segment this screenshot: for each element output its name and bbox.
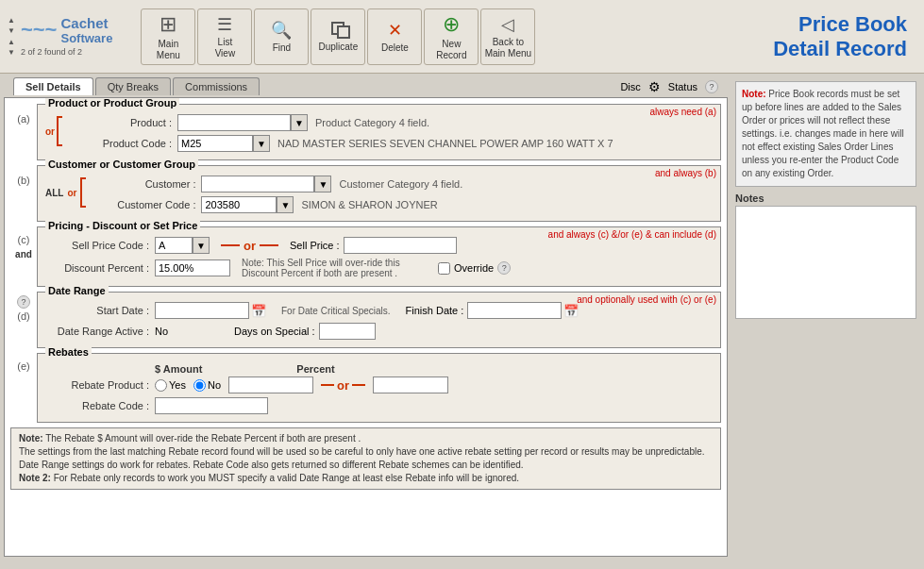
- disc-status-area: Disc ⚙ Status ?: [620, 79, 718, 94]
- main-menu-button[interactable]: ⊞ MainMenu: [141, 8, 195, 65]
- customer-code-label: Customer Code :: [92, 199, 195, 210]
- rebate-code-label: Rebate Code :: [45, 400, 149, 411]
- main-menu-label: MainMenu: [157, 39, 180, 61]
- top-bar: ▲ ▼ ▲ ▼ ~~~ Cachet Software 2 of 2 found…: [0, 0, 924, 74]
- duplicate-button[interactable]: Duplicate: [311, 8, 365, 65]
- tabs-row: Sell Details Qty Breaks Commissions Disc…: [4, 77, 728, 95]
- delete-button[interactable]: ✕ Delete: [367, 8, 422, 65]
- tab-sell-details[interactable]: Sell Details: [13, 77, 93, 95]
- main-menu-icon: ⊞: [160, 12, 176, 37]
- pricing-section: Pricing - Discount or Set Price and alwa…: [37, 226, 721, 287]
- nav-down[interactable]: ▼: [8, 25, 15, 36]
- sell-price-code-input[interactable]: [155, 237, 193, 254]
- section-b-marker: (b): [10, 165, 37, 186]
- product-code-desc: NAD MASTER SERIES SEVEN CHANNEL POWER AM…: [277, 138, 613, 149]
- new-record-icon: ⊕: [443, 12, 460, 37]
- form-panel: (a) Product or Product Group always need…: [4, 97, 728, 557]
- sell-price-input[interactable]: [344, 237, 457, 254]
- finish-date-input[interactable]: [467, 302, 562, 319]
- rebate-no-label[interactable]: No: [193, 379, 221, 392]
- nav-arrows[interactable]: ▲ ▼ ▲ ▼: [8, 15, 15, 58]
- note1-bold: Note:: [19, 433, 43, 443]
- customer-select-btn[interactable]: ▼: [314, 176, 331, 192]
- list-view-button[interactable]: ☰ ListView: [197, 8, 252, 65]
- for-date-note: For Date Critical Specials.: [281, 306, 391, 316]
- rebate-radio-group: Yes No: [155, 379, 221, 392]
- side-note-box: Note: Price Book records must be set up …: [735, 81, 916, 187]
- back-main-icon: ◁: [501, 14, 514, 35]
- section-a-marker: (a): [10, 104, 37, 125]
- gear-icon[interactable]: ⚙: [648, 79, 661, 94]
- rebate-product-row: Rebate Product : Yes No: [45, 377, 713, 393]
- rebate-code-row: Rebate Code :: [45, 397, 713, 414]
- start-cal-icon[interactable]: 📅: [251, 304, 266, 318]
- find-button[interactable]: 🔍 Find: [254, 8, 309, 65]
- nav-down2[interactable]: ▼: [8, 47, 15, 58]
- rebate-percent-input[interactable]: [373, 377, 448, 393]
- page-title-area: Price Book Detail Record: [773, 12, 916, 61]
- override-checkbox[interactable]: [438, 262, 450, 275]
- rebate-yes-label[interactable]: Yes: [155, 379, 186, 392]
- discount-note: Note: This Sell Price will over-ride thi…: [242, 258, 430, 278]
- rebate-or-label: or: [337, 378, 349, 393]
- discount-percent-input[interactable]: [155, 259, 230, 276]
- tab-qty-breaks[interactable]: Qty Breaks: [95, 77, 171, 95]
- date-range-active-label: Date Range Active :: [45, 326, 149, 337]
- finish-cal-icon[interactable]: 📅: [563, 304, 579, 318]
- customer-category-note: Customer Category 4 field.: [339, 178, 462, 190]
- days-on-special-input[interactable]: [319, 323, 376, 340]
- right-panel: Note: Price Book records must be set up …: [731, 77, 920, 565]
- list-view-icon: ☰: [217, 14, 232, 35]
- rebate-product-label: Rebate Product :: [45, 379, 149, 391]
- tab-commissions[interactable]: Commissions: [173, 77, 260, 95]
- back-main-button[interactable]: ◁ Back toMain Menu: [480, 8, 535, 65]
- product-label: Product :: [68, 117, 172, 128]
- duplicate-label: Duplicate: [319, 42, 359, 53]
- customer-code-input[interactable]: [201, 196, 277, 213]
- customer-label: Customer :: [92, 178, 195, 190]
- date-active-row: Date Range Active : No Days on Special :: [45, 323, 713, 340]
- toolbar: ⊞ MainMenu ☰ ListView 🔍 Find Duplicate ✕…: [141, 8, 773, 65]
- list-view-label: ListView: [215, 37, 236, 59]
- nav-up[interactable]: ▲: [8, 15, 15, 25]
- status-help-icon[interactable]: ?: [705, 80, 718, 93]
- section-d-marker: ? (d): [10, 292, 37, 322]
- product-always-note: always need (a): [649, 107, 716, 117]
- date-range-active-value: No: [155, 326, 168, 337]
- product-select-btn[interactable]: ▼: [291, 114, 308, 131]
- date-section-title: Date Range: [45, 285, 109, 296]
- product-input[interactable]: [177, 114, 291, 131]
- product-code-input[interactable]: [177, 135, 253, 152]
- customer-input[interactable]: [201, 176, 314, 192]
- delete-icon: ✕: [388, 20, 402, 41]
- customer-always-note: and always (b): [655, 168, 716, 178]
- section-c-marker: (c) and: [10, 226, 37, 259]
- notes-section: Notes: [735, 192, 916, 319]
- bottom-note2: The settings from the last matching Reba…: [19, 445, 713, 472]
- rebate-code-input[interactable]: [155, 397, 268, 414]
- product-code-select-btn[interactable]: ▼: [253, 135, 270, 152]
- rebates-section: Rebates $ Amount Percent Rebate Product …: [37, 353, 721, 423]
- customer-section: Customer or Customer Group and always (b…: [37, 165, 721, 222]
- sell-price-code-label: Sell Price Code :: [45, 240, 149, 251]
- discount-percent-row: Discount Percent : Note: This Sell Price…: [45, 258, 713, 278]
- customer-code-select-btn[interactable]: ▼: [277, 196, 294, 213]
- days-on-special-label: Days on Special :: [234, 326, 315, 337]
- rebate-yes-radio[interactable]: [155, 379, 167, 392]
- override-help-icon[interactable]: ?: [497, 261, 511, 275]
- product-section: Product or Product Group always need (a)…: [37, 104, 721, 160]
- start-date-input[interactable]: [155, 302, 249, 319]
- percent-col-label: Percent: [296, 363, 334, 375]
- date-help-icon[interactable]: ?: [17, 295, 30, 309]
- nav-up2[interactable]: ▲: [8, 37, 15, 47]
- status-label: Status: [668, 81, 697, 92]
- bottom-notes: Note: The Rebate $ Amount will over-ride…: [10, 427, 721, 490]
- sell-price-code-select-btn[interactable]: ▼: [193, 237, 210, 254]
- rebate-no-text: No: [208, 379, 221, 391]
- duplicate-icon: [331, 20, 344, 40]
- rebate-no-radio[interactable]: [193, 379, 206, 392]
- side-note-text: Price Book records must be set up before…: [742, 89, 904, 178]
- rebate-amount-input[interactable]: [228, 377, 313, 393]
- new-record-button[interactable]: ⊕ NewRecord: [424, 8, 479, 65]
- notes-text-area[interactable]: [735, 206, 916, 319]
